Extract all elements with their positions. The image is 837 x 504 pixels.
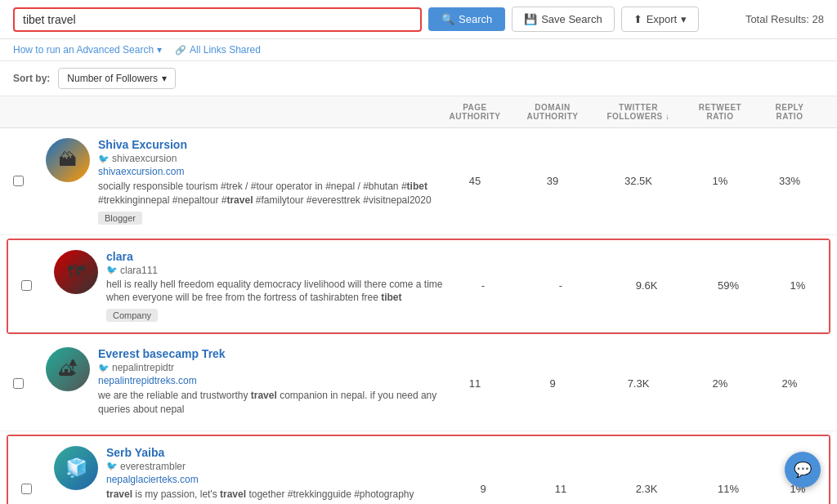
col-page-authority: PAGEAUTHORITY [438, 101, 512, 123]
all-links-link[interactable]: 🔗 All Links Shared [175, 44, 261, 56]
stat-cell: 2% [757, 377, 822, 390]
sub-bar: How to run an Advanced Search ▾ 🔗 All Li… [0, 39, 837, 61]
table-header: PAGEAUTHORITY DOMAINAUTHORITY TWITTERFOL… [0, 96, 837, 128]
row-checkbox-serb[interactable] [21, 484, 32, 494]
stat-cell: 9.6K [602, 279, 692, 292]
stat-cell: - [520, 279, 602, 292]
avatar: 🏔 [46, 138, 90, 182]
stat-cell: 45 [438, 175, 512, 187]
table-row: 🧊Serb Yaiba🐦 everestramblernepalglaciert… [8, 436, 829, 504]
avatar: 🗺 [54, 250, 98, 294]
row-wrapper-clara: 🗺clara🐦 clara111hell is really hell free… [7, 239, 830, 335]
export-button[interactable]: ⬆ Export ▾ [621, 7, 700, 32]
stat-cell: 11 [520, 483, 602, 495]
search-button[interactable]: 🔍 Search [428, 7, 505, 31]
stat-cell: 39 [512, 175, 593, 187]
chat-button[interactable]: 💬 [785, 452, 821, 488]
stat-cell: 2.3K [602, 483, 692, 495]
search-icon: 🔍 [441, 13, 454, 25]
profile-bio: we are the reliable and trustworthy trav… [98, 389, 438, 417]
results-container: 🏔Shiva Excursion🐦 shivaexcursionshivaexc… [0, 128, 837, 504]
profile-tag: Blogger [98, 212, 142, 225]
twitter-icon: 🐦 [98, 154, 110, 164]
stat-cell: 2% [683, 377, 757, 390]
stat-cell: 7.3K [593, 377, 683, 390]
save-button-label: Save Search [541, 13, 602, 25]
stat-cell: 32.5K [593, 175, 683, 187]
avatar: 🏕 [46, 347, 90, 391]
stat-cell: 3.3 [830, 279, 837, 292]
col-twitter-followers: TWITTERFOLLOWERS ↓ [593, 101, 683, 123]
chevron-down-icon: ▾ [157, 44, 162, 56]
stat-cell: 59% [692, 279, 765, 292]
chevron-down-icon: ▾ [681, 13, 687, 25]
profile-website[interactable]: nepalintrepidtreks.com [98, 375, 438, 386]
profile-tag: Company [106, 309, 158, 322]
profile-name[interactable]: Shiva Excursion [98, 138, 438, 151]
stat-cell: 1% [683, 175, 757, 187]
twitter-icon: 🐦 [98, 363, 110, 373]
search-input[interactable] [23, 13, 412, 26]
profile-name[interactable]: clara [106, 250, 446, 263]
stat-cell: 9 [446, 483, 520, 495]
col-reply-ratio: REPLYRATIO [757, 101, 822, 123]
profile-website[interactable]: shivaexcursion.com [98, 166, 438, 177]
stat-cell: 11 [438, 377, 512, 390]
table-row: 🏕Everest basecamp Trek🐦 nepalintrepidtrn… [0, 337, 837, 431]
export-icon: ⬆ [633, 13, 642, 25]
stat-cell: 11% [692, 483, 765, 495]
sort-bar: Sort by: Number of Followers ▾ [0, 61, 837, 96]
stat-cell: 33% [757, 175, 822, 187]
twitter-handle: 🐦 clara111 [106, 265, 446, 276]
row-wrapper-shiva: 🏔Shiva Excursion🐦 shivaexcursionshivaexc… [0, 128, 837, 235]
sort-dropdown[interactable]: Number of Followers ▾ [58, 68, 176, 89]
total-results: Total Results: 28 [745, 13, 824, 25]
stat-cell: 1% [765, 279, 830, 292]
chevron-down-icon: ▾ [162, 73, 167, 84]
avatar: 🧊 [54, 446, 98, 490]
link-icon: 🔗 [175, 45, 186, 56]
advanced-search-link[interactable]: How to run an Advanced Search ▾ [13, 44, 162, 56]
stat-cell: - [446, 279, 520, 292]
chat-icon: 💬 [794, 461, 812, 479]
profile-website[interactable]: nepalglacierteks.com [106, 474, 446, 485]
save-icon: 💾 [524, 13, 537, 25]
profile-name[interactable]: Everest basecamp Trek [98, 347, 438, 360]
col-average-retweets: AVERAGERETWEETS [822, 101, 837, 123]
sort-label: Sort by: [13, 73, 50, 84]
export-button-label: Export [647, 13, 678, 25]
profile-name[interactable]: Serb Yaiba [106, 446, 446, 459]
twitter-handle: 🐦 everestrambler [106, 461, 446, 472]
row-wrapper-everest: 🏕Everest basecamp Trek🐦 nepalintrepidtrn… [0, 337, 837, 431]
twitter-icon: 🐦 [106, 461, 118, 471]
row-checkbox-shiva[interactable] [13, 176, 24, 186]
search-box [13, 7, 422, 32]
stat-cell: 1.7 [822, 377, 837, 390]
stat-cell: 1.8 [822, 175, 837, 187]
profile-bio: socially responsible tourism #trek / #to… [98, 180, 438, 207]
table-row: 🏔Shiva Excursion🐦 shivaexcursionshivaexc… [0, 128, 837, 235]
row-checkbox-everest[interactable] [13, 378, 24, 389]
twitter-icon: 🐦 [106, 265, 118, 275]
profile-bio: travel is my passion, let's travel toget… [106, 488, 446, 504]
table-row: 🗺clara🐦 clara111hell is really hell free… [8, 240, 829, 333]
top-bar: 🔍 Search 💾 Save Search ⬆ Export ▾ Total … [0, 0, 837, 39]
row-wrapper-serb: 🧊Serb Yaiba🐦 everestramblernepalglaciert… [7, 435, 830, 504]
stat-cell: 0.5 [830, 483, 837, 495]
twitter-handle: 🐦 shivaexcursion [98, 153, 438, 164]
col-retweet-ratio: RETWEETRATIO [683, 101, 757, 123]
col-domain-authority: DOMAINAUTHORITY [512, 101, 593, 123]
search-button-label: Search [459, 13, 492, 25]
row-checkbox-clara[interactable] [21, 280, 32, 291]
stat-cell: 9 [512, 377, 593, 390]
twitter-handle: 🐦 nepalintrepidtr [98, 362, 438, 373]
save-search-button[interactable]: 💾 Save Search [512, 7, 614, 32]
profile-bio: hell is really hell freedom equality dem… [106, 278, 446, 306]
